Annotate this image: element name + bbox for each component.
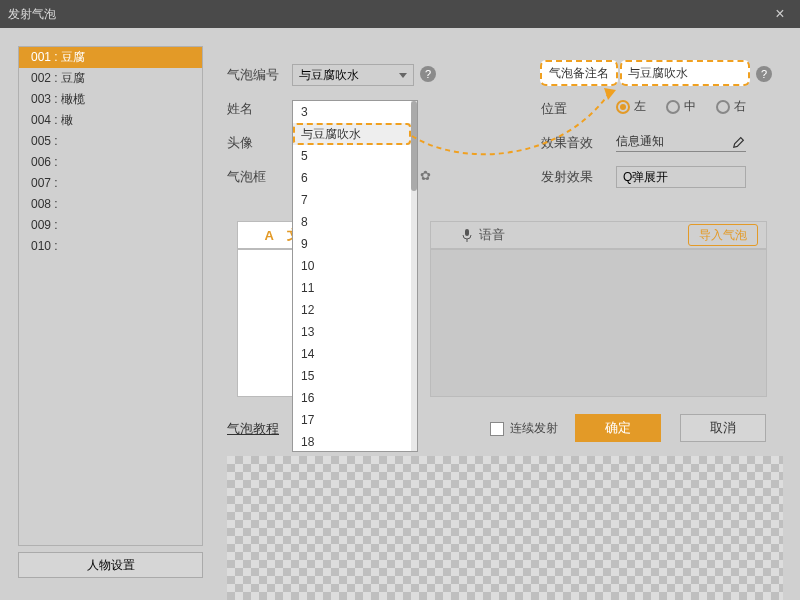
help-icon[interactable]: ? (420, 66, 436, 82)
gear-icon[interactable]: ✿ (420, 168, 431, 183)
alias-label-highlight: 气泡备注名 (540, 60, 618, 86)
label-bubble-frame: 气泡框 (227, 168, 266, 186)
dropdown-item[interactable]: 15 (293, 365, 413, 387)
list-item[interactable]: 001 : 豆腐 (19, 47, 202, 68)
list-item[interactable]: 004 : 橄 (19, 110, 202, 131)
alias-input-highlight: 与豆腐吹水 (620, 60, 750, 86)
pencil-icon[interactable] (732, 135, 746, 149)
dropdown-item[interactable]: 与豆腐吹水 (293, 123, 413, 145)
position-radio-center[interactable]: 中 (666, 98, 696, 115)
checkbox-icon (490, 422, 504, 436)
close-icon[interactable]: × (768, 5, 792, 23)
dropdown-item[interactable]: 3 (293, 101, 413, 123)
list-item[interactable]: 009 : (19, 215, 202, 236)
import-bubble-button[interactable]: 导入气泡 (688, 224, 758, 246)
alias-input[interactable]: 与豆腐吹水 (628, 65, 688, 82)
list-item[interactable]: 008 : (19, 194, 202, 215)
bubble-id-dropdown[interactable]: 3 与豆腐吹水 5 6 7 8 9 10 11 12 13 14 15 16 1… (292, 100, 418, 452)
voice-area (430, 249, 767, 397)
help-icon[interactable]: ? (756, 66, 772, 82)
title-bar: 发射气泡 × (0, 0, 800, 28)
tab-voice[interactable]: 语音 导入气泡 (430, 221, 767, 249)
scrollbar[interactable] (411, 101, 417, 451)
label-avatar: 头像 (227, 134, 253, 152)
character-settings-button[interactable]: 人物设置 (18, 552, 203, 578)
window-title: 发射气泡 (8, 6, 56, 23)
list-item[interactable]: 003 : 橄榄 (19, 89, 202, 110)
position-radio-left[interactable]: 左 (616, 98, 646, 115)
dropdown-item[interactable]: 8 (293, 211, 413, 233)
position-radio-right[interactable]: 右 (716, 98, 746, 115)
dropdown-item[interactable]: 17 (293, 409, 413, 431)
dropdown-item[interactable]: 18 (293, 431, 413, 451)
list-item[interactable]: 006 : (19, 152, 202, 173)
dropdown-item[interactable]: 13 (293, 321, 413, 343)
preview-area (227, 456, 783, 600)
bubble-id-combo[interactable]: 与豆腐吹水 (292, 64, 414, 86)
connector-arrow (400, 86, 620, 176)
text-icon: A (265, 228, 283, 243)
label-alias: 气泡备注名 (549, 65, 609, 82)
chevron-down-icon (399, 73, 407, 78)
scrollbar-thumb[interactable] (411, 101, 417, 191)
continuous-emit-checkbox[interactable]: 连续发射 (490, 420, 558, 437)
list-item[interactable]: 010 : (19, 236, 202, 257)
label-bubble-id: 气泡编号 (227, 66, 279, 84)
svg-rect-0 (465, 229, 469, 236)
bubble-list-panel: 001 : 豆腐 002 : 豆腐 003 : 橄榄 004 : 橄 005 :… (18, 46, 203, 586)
list-item[interactable]: 007 : (19, 173, 202, 194)
dropdown-item[interactable]: 6 (293, 167, 413, 189)
dropdown-item[interactable]: 10 (293, 255, 413, 277)
label-name: 姓名 (227, 100, 253, 118)
emit-effect-combo[interactable]: Q弹展开 (616, 166, 746, 188)
list-item[interactable]: 005 : (19, 131, 202, 152)
ok-button[interactable]: 确定 (575, 414, 661, 442)
cancel-button[interactable]: 取消 (680, 414, 766, 442)
sound-field[interactable]: 信息通知 (616, 132, 746, 152)
dropdown-item[interactable]: 12 (293, 299, 413, 321)
label-sound: 效果音效 (541, 134, 593, 152)
bubble-list: 001 : 豆腐 002 : 豆腐 003 : 橄榄 004 : 橄 005 :… (18, 46, 203, 546)
bubble-id-value: 与豆腐吹水 (299, 67, 359, 84)
label-position: 位置 (541, 100, 567, 118)
label-emit-effect: 发射效果 (541, 168, 593, 186)
dropdown-item[interactable]: 11 (293, 277, 413, 299)
dropdown-item[interactable]: 5 (293, 145, 413, 167)
dropdown-item[interactable]: 14 (293, 343, 413, 365)
dropdown-item[interactable]: 7 (293, 189, 413, 211)
dropdown-item[interactable]: 16 (293, 387, 413, 409)
tutorial-link[interactable]: 气泡教程 (227, 420, 279, 438)
list-item[interactable]: 002 : 豆腐 (19, 68, 202, 89)
dropdown-item[interactable]: 9 (293, 233, 413, 255)
mic-icon (461, 228, 473, 242)
